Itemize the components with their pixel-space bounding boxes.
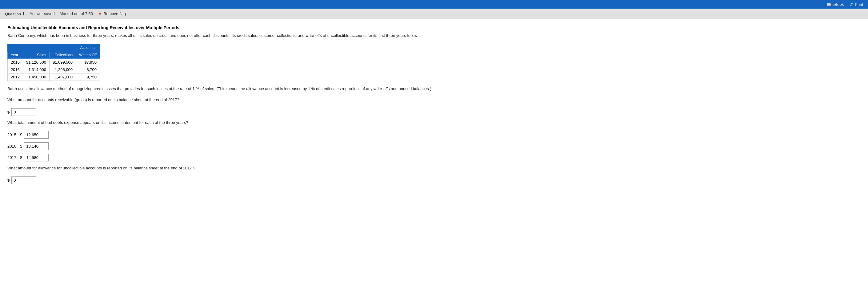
q3-input-row: $ [7,177,861,184]
cell-collections: 1,296,000 [50,66,76,73]
q2-input-2015[interactable] [24,131,49,139]
header-bar: Question 1 Answer saved Marked out of 7.… [0,9,868,19]
q3-input[interactable] [11,177,36,184]
table-header-row-1: Accounts [8,44,100,51]
q2-input-row: 2016 $ [7,142,861,150]
top-chrome-bar: eBook Print [0,0,868,9]
col-sales-subheader: Sales [23,51,49,58]
print-label: Print [855,2,863,7]
q1-text: What amount for accounts receivable (gro… [7,97,861,103]
col-accounts-header: Accounts [76,44,100,51]
q2-year-label: 2016 [7,144,18,149]
ebook-link[interactable]: eBook [827,2,844,7]
q2-dollar: $ [20,144,22,149]
col-sales-header [23,44,49,51]
col-writtenoff-subheader: Written Off [76,51,100,58]
cell-sales: $1,126,500 [23,58,49,66]
q1-input[interactable] [11,108,36,116]
table-header-row-2: Year Sales Collections Written Off [8,51,100,58]
cell-collections: $1,099,500 [50,58,76,66]
col-collections-header [50,44,76,51]
table-body: 2015 $1,126,500 $1,099,500 $7,950 2016 1… [8,58,100,81]
remove-flag-button[interactable]: ▼ Remove flag [98,11,126,16]
ebook-label: eBook [832,2,844,7]
col-year-header [8,44,23,51]
question-number-label: Question 1 [5,11,25,16]
cell-year: 2015 [8,58,23,66]
data-table: Accounts Year Sales Collections Written … [7,44,100,81]
marked-out-label: Marked out of 7.50 [60,11,93,16]
q2-input-row: 2017 $ [7,154,861,161]
col-collections-subheader: Collections [50,51,76,58]
q1-dollar: $ [7,110,9,114]
q3-dollar: $ [7,178,9,183]
answer-saved-label: Answer saved [30,11,55,16]
book-icon [827,2,831,7]
question-description: Barth Company, which has been in busines… [7,33,861,39]
q3-text: What amount for allowance for uncollecti… [7,165,861,171]
method-note: Barth uses the allowance method of recog… [7,86,861,92]
question-number: 1 [22,11,25,16]
cell-sales: 1,314,000 [23,66,49,73]
print-link[interactable]: Print [850,2,863,7]
q2-year-label: 2015 [7,132,18,137]
table-row: 2016 1,314,000 1,296,000 8,700 [8,66,100,73]
q2-input-2017[interactable] [24,154,49,161]
cell-written-off: $7,950 [76,58,100,66]
cell-written-off: 9,750 [76,73,100,81]
q2-dollar: $ [20,155,22,160]
cell-year: 2017 [8,73,23,81]
cell-written-off: 8,700 [76,66,100,73]
q2-text: What total amount of bad debts expense a… [7,120,861,126]
q2-input-2016[interactable] [24,142,49,150]
flag-icon: ▼ [98,11,102,16]
print-icon [850,2,854,7]
q2-input-row: 2015 $ [7,131,861,139]
q2-rows-container: 2015 $ 2016 $ 2017 $ [7,131,861,161]
cell-sales: 1,458,000 [23,73,49,81]
table-row: 2015 $1,126,500 $1,099,500 $7,950 [8,58,100,66]
cell-collections: 1,407,000 [50,73,76,81]
question-title: Estimating Uncollectible Accounts and Re… [7,25,861,30]
q2-dollar: $ [20,132,22,137]
table-row: 2017 1,458,000 1,407,000 9,750 [8,73,100,81]
main-content: Estimating Uncollectible Accounts and Re… [0,19,868,285]
q2-year-label: 2017 [7,155,18,160]
col-year-subheader: Year [8,51,23,58]
q1-input-row: $ [7,108,861,116]
remove-flag-label: Remove flag [103,11,126,16]
cell-year: 2016 [8,66,23,73]
